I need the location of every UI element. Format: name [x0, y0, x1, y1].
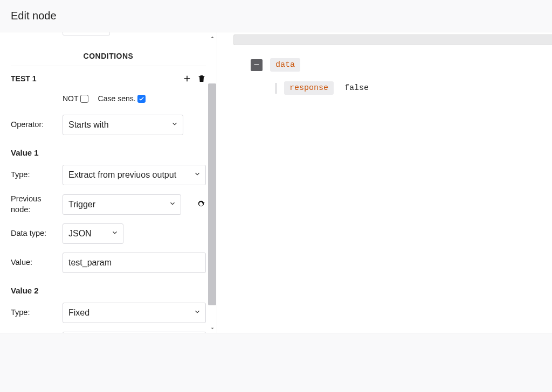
- operator-row: Operator: Starts with: [11, 110, 206, 139]
- tree-child-row: response false: [233, 81, 552, 95]
- add-condition-icon[interactable]: [182, 74, 192, 83]
- value1-value-label: Value:: [11, 257, 54, 268]
- tree-guide-line: [275, 83, 277, 94]
- value1-prev-row: Previous node: Trigger: [11, 190, 206, 219]
- value1-type-label: Type:: [11, 170, 54, 180]
- value2-type-row: Type: Fixed: [11, 298, 206, 327]
- case-sens-label: Case sens.: [98, 94, 136, 103]
- value1-dtype-select[interactable]: JSON: [63, 223, 123, 244]
- value2-type-select[interactable]: Fixed: [63, 303, 206, 323]
- value2-value-row: Value: TEST: [11, 327, 206, 333]
- value1-dtype-label: Data type:: [11, 228, 54, 239]
- editor-panels: CONDITIONS TEST 1 NOT: [0, 32, 552, 333]
- tree-child-key[interactable]: response: [284, 81, 334, 95]
- test-label: TEST 1: [11, 74, 36, 83]
- scrollbar[interactable]: [208, 32, 217, 333]
- tree-root-row: − data: [233, 58, 552, 72]
- operator-select[interactable]: Starts with: [63, 115, 183, 135]
- value1-heading: Value 1: [11, 139, 206, 160]
- value2-heading: Value 2: [11, 277, 206, 298]
- value1-value-row: Value: test_param: [11, 248, 206, 277]
- conditions-heading: CONDITIONS: [11, 36, 206, 66]
- test-header-row: TEST 1: [11, 66, 206, 91]
- value1-type-select[interactable]: Extract from previuos output: [63, 165, 206, 185]
- flags-row: NOT Case sens.: [11, 91, 206, 110]
- value1-type-row: Type: Extract from previuos output: [11, 160, 206, 190]
- value2-value-input[interactable]: TEST: [63, 332, 206, 333]
- output-panel: − data response false: [217, 32, 552, 333]
- chevron-down-icon: [194, 308, 201, 318]
- scroll-down-icon[interactable]: [208, 324, 217, 333]
- chevron-down-icon: [194, 170, 201, 180]
- output-topbar: [233, 34, 552, 45]
- value2-type-label: Type:: [11, 307, 54, 318]
- not-label: NOT: [63, 94, 79, 103]
- page-title: Edit node: [0, 0, 552, 32]
- tree-child-value: false: [341, 83, 369, 93]
- operator-label: Operator:: [11, 120, 54, 130]
- not-checkbox[interactable]: [80, 95, 88, 103]
- scroll-track[interactable]: [208, 41, 217, 324]
- value1-dtype-row: Data type: JSON: [11, 219, 206, 248]
- scroll-thumb[interactable]: [208, 83, 216, 305]
- value1-prev-label: Previous node:: [11, 194, 54, 215]
- scroll-up-icon[interactable]: [208, 32, 217, 41]
- value1-value-input[interactable]: test_param: [63, 253, 206, 273]
- conditions-panel: CONDITIONS TEST 1 NOT: [0, 32, 217, 333]
- chevron-down-icon: [111, 229, 119, 239]
- value1-prev-select[interactable]: Trigger: [63, 194, 181, 215]
- chevron-down-icon: [171, 120, 178, 130]
- chevron-down-icon: [169, 200, 176, 209]
- refresh-icon[interactable]: [196, 199, 206, 210]
- case-sens-checkbox[interactable]: [137, 95, 146, 103]
- tree-root-key[interactable]: data: [270, 58, 300, 72]
- tree-collapse-icon[interactable]: −: [251, 59, 263, 71]
- delete-condition-icon[interactable]: [197, 74, 206, 83]
